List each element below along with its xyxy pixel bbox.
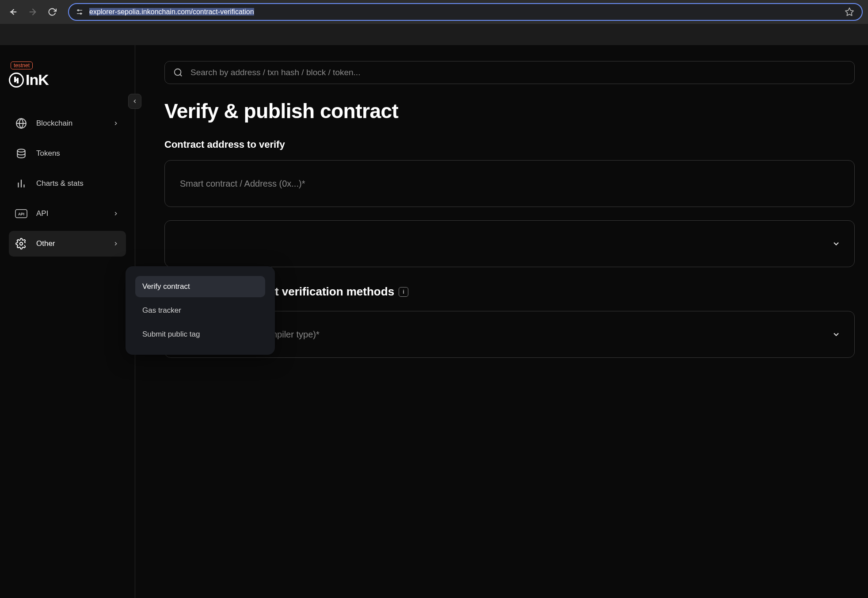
info-icon[interactable]: i — [399, 287, 408, 297]
field-placeholder: Smart contract / Address (0x...)* — [180, 179, 305, 189]
sidebar-item-other[interactable]: Other — [9, 231, 126, 257]
svg-point-4 — [78, 10, 79, 11]
sidebar-item-label: Charts & stats — [36, 179, 120, 188]
coins-icon — [15, 147, 27, 160]
back-button[interactable] — [5, 4, 21, 20]
forward-button[interactable] — [25, 4, 41, 20]
contract-address-input[interactable]: Smart contract / Address (0x...)* — [164, 160, 855, 207]
sidebar-item-tokens[interactable]: Tokens — [9, 141, 126, 166]
chevron-right-icon — [112, 119, 120, 127]
logo: InK — [9, 71, 126, 88]
page-title: Verify & publish contract — [164, 99, 855, 123]
sidebar-item-api[interactable]: API API — [9, 201, 126, 226]
svg-marker-6 — [845, 8, 853, 15]
svg-text:API: API — [18, 212, 24, 216]
sidebar-nav: Blockchain Tokens Charts & stats — [9, 111, 126, 257]
svg-point-5 — [80, 13, 82, 14]
sidebar-item-label: Blockchain — [36, 119, 103, 128]
browser-toolbar: explorer-sepolia.inkonchain.com/contract… — [0, 0, 868, 24]
section-label-address: Contract address to verify — [164, 139, 855, 150]
url-text: explorer-sepolia.inkonchain.com/contract… — [89, 8, 838, 16]
logo-text: InK — [26, 71, 49, 88]
svg-point-16 — [175, 69, 181, 76]
search-input[interactable] — [190, 68, 846, 77]
bar-chart-icon — [15, 177, 27, 190]
reload-button[interactable] — [44, 4, 60, 20]
search-icon — [173, 67, 183, 78]
bookmark-star-icon[interactable] — [843, 6, 856, 18]
license-select[interactable] — [164, 220, 855, 267]
api-icon: API — [15, 207, 27, 220]
submenu-other: Verify contract Gas tracker Submit publi… — [126, 266, 275, 355]
testnet-badge: testnet — [11, 61, 33, 69]
svg-point-9 — [17, 149, 25, 152]
gear-icon — [15, 238, 27, 250]
chevron-right-icon — [112, 210, 120, 218]
svg-line-17 — [180, 74, 182, 76]
site-settings-icon[interactable] — [75, 8, 84, 16]
sidebar-item-label: API — [36, 209, 103, 218]
submenu-item-submit-public-tag[interactable]: Submit public tag — [135, 324, 265, 345]
chevron-right-icon — [112, 240, 120, 248]
sidebar-item-label: Other — [36, 239, 103, 248]
tab-strip — [0, 24, 868, 45]
brand-block[interactable]: testnet InK — [9, 61, 126, 88]
search-bar[interactable] — [164, 61, 855, 84]
address-bar[interactable]: explorer-sepolia.inkonchain.com/contract… — [68, 3, 863, 21]
sidebar-item-blockchain[interactable]: Blockchain — [9, 111, 126, 136]
sidebar-item-charts[interactable]: Charts & stats — [9, 171, 126, 196]
sidebar-collapse-button[interactable] — [128, 94, 141, 109]
chevron-down-icon — [831, 239, 841, 249]
submenu-item-verify-contract[interactable]: Verify contract — [135, 276, 265, 297]
sidebar-item-label: Tokens — [36, 149, 120, 158]
chevron-down-icon — [831, 330, 841, 339]
svg-point-15 — [20, 242, 23, 245]
sidebar: testnet InK Blockchain — [0, 45, 135, 598]
globe-icon — [15, 117, 27, 130]
submenu-item-gas-tracker[interactable]: Gas tracker — [135, 300, 265, 321]
logo-mark-icon — [9, 73, 24, 88]
